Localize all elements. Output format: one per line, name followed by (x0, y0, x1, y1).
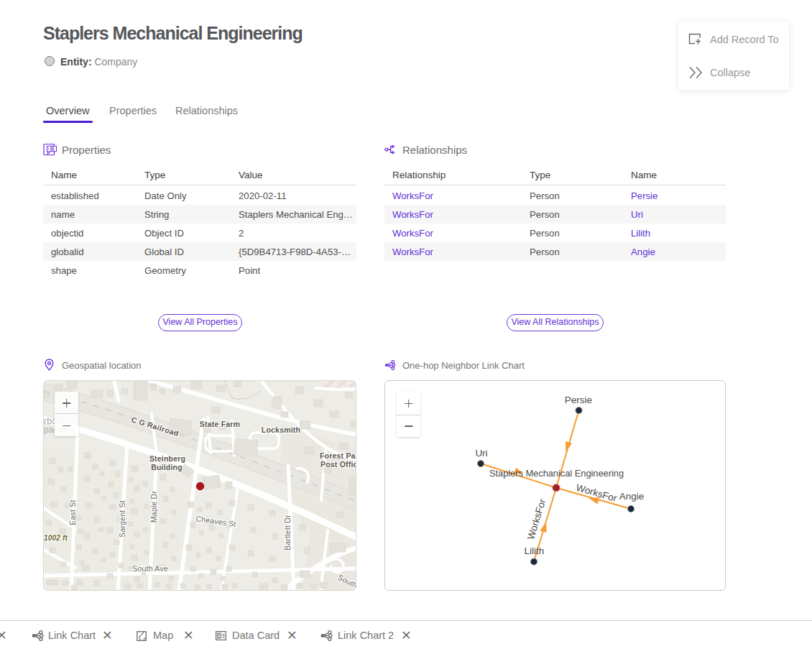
svg-text:Staplers Mechanical Engineerin: Staplers Mechanical Engineering (489, 468, 624, 479)
svg-text:South Ave: South Ave (132, 564, 167, 573)
svg-text:State Farm: State Farm (200, 420, 240, 428)
svg-text:East St: East St (68, 500, 77, 525)
svg-text:Uri: Uri (475, 448, 487, 459)
svg-text:Angie: Angie (619, 491, 645, 502)
svg-text:Steinberg: Steinberg (149, 454, 185, 463)
svg-text:Post Office: Post Office (320, 460, 356, 469)
svg-text:Locksmith: Locksmith (262, 425, 300, 434)
svg-text:Sargent St: Sargent St (118, 500, 126, 538)
svg-text:Lilith: Lilith (525, 546, 545, 556)
svg-text:1002 ft: 1002 ft (44, 534, 68, 542)
svg-text:WorksFor: WorksFor (525, 497, 548, 541)
svg-text:Forest Par: Forest Par (320, 451, 356, 460)
svg-text:Maple Dr: Maple Dr (149, 491, 158, 523)
svg-text:Building: Building (151, 463, 183, 471)
svg-text:Persie: Persie (565, 395, 592, 405)
svg-text:Bartlett Dr: Bartlett Dr (283, 515, 292, 551)
